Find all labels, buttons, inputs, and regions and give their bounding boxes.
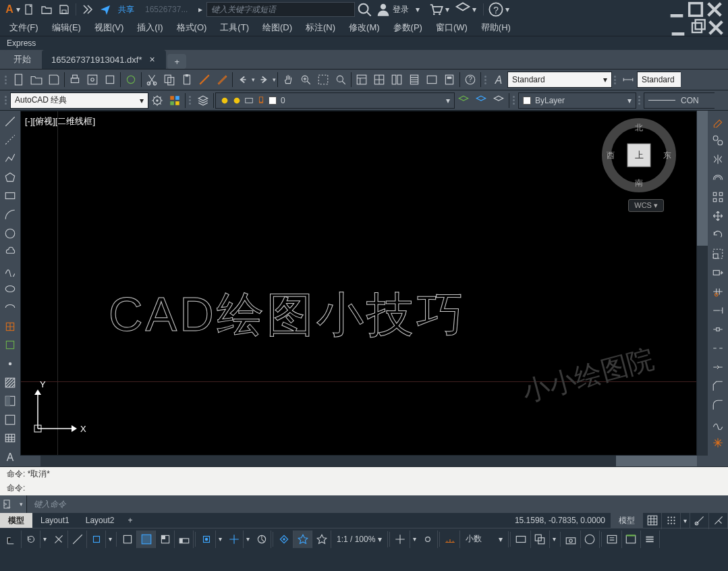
- close-icon[interactable]: [705, 2, 724, 17]
- send-icon[interactable]: [98, 2, 113, 17]
- ann-auto-icon[interactable]: [312, 531, 331, 548]
- save-file-icon[interactable]: [45, 71, 63, 88]
- hatch-icon[interactable]: [1, 374, 19, 391]
- dim-style-icon[interactable]: [619, 71, 637, 88]
- mtext-icon[interactable]: A: [1, 448, 19, 466]
- revcloud-icon[interactable]: [1, 243, 19, 261]
- menu-help[interactable]: 帮助(H): [474, 19, 517, 36]
- layer-manager-icon[interactable]: [194, 92, 212, 109]
- layer-combo[interactable]: 0▾: [215, 92, 455, 109]
- units-combo[interactable]: 小数▾: [460, 531, 509, 547]
- menu-tools[interactable]: 工具(T): [213, 19, 256, 36]
- line-status-icon[interactable]: [68, 531, 87, 548]
- render-icon[interactable]: [122, 71, 140, 88]
- copy-icon[interactable]: [161, 71, 178, 88]
- copy-obj-icon[interactable]: [709, 132, 727, 149]
- vertical-scrollbar[interactable]: [697, 111, 708, 456]
- lock-ui-icon[interactable]: [562, 531, 581, 548]
- text-style-combo[interactable]: Standard▾: [507, 72, 612, 88]
- spline-icon[interactable]: [1, 262, 19, 279]
- horizontal-scrollbar[interactable]: [20, 456, 708, 466]
- undo-icon[interactable]: [234, 71, 252, 88]
- sheet-icon[interactable]: [405, 71, 423, 88]
- point-icon[interactable]: [1, 355, 19, 373]
- extend-icon[interactable]: [709, 302, 727, 319]
- doc-close-icon[interactable]: [706, 20, 725, 35]
- layer-prev-icon[interactable]: [472, 92, 490, 109]
- close-tab-icon[interactable]: ×: [147, 55, 157, 64]
- drawing-canvas[interactable]: [-][俯视][二维线框] CAD绘图小技巧 小小绘图院 X Y 上: [20, 111, 697, 456]
- view-label[interactable]: [-][俯视][二维线框]: [25, 115, 95, 128]
- text-style-icon[interactable]: A: [490, 71, 507, 88]
- print-icon[interactable]: [66, 71, 84, 88]
- command-input[interactable]: 键入命令: [27, 495, 728, 513]
- break2-icon[interactable]: [709, 339, 727, 357]
- offset-icon[interactable]: [709, 169, 727, 187]
- osnap3d-icon[interactable]: [197, 531, 216, 548]
- erase-icon[interactable]: [709, 113, 727, 130]
- ellipse-icon[interactable]: [1, 281, 19, 298]
- preview-icon[interactable]: [84, 71, 101, 88]
- express-bar[interactable]: Express: [0, 36, 728, 50]
- workspace-combo[interactable]: AutoCAD 经典▾: [10, 92, 148, 109]
- lw-icon[interactable]: [252, 531, 271, 548]
- command-containers-icon[interactable]: >_▾: [0, 495, 27, 513]
- dim-style-combo[interactable]: Standard: [637, 72, 681, 88]
- menu-options-icon[interactable]: [641, 531, 660, 548]
- publish-icon[interactable]: [101, 71, 119, 88]
- menu-format[interactable]: 格式(O): [170, 19, 214, 36]
- menu-view[interactable]: 视图(V): [88, 19, 130, 36]
- user-icon[interactable]: [376, 2, 391, 17]
- view-cube[interactable]: 上 北 南 东 西: [602, 118, 676, 192]
- properties-icon[interactable]: [353, 71, 370, 88]
- doc-restore-icon[interactable]: [688, 20, 706, 35]
- otrack-icon[interactable]: [225, 531, 244, 548]
- wcs-badge[interactable]: WCS ▾: [628, 199, 664, 212]
- mirror-icon[interactable]: [709, 151, 727, 168]
- dyn-input-icon[interactable]: [137, 531, 156, 548]
- chamfer-icon[interactable]: [709, 377, 727, 395]
- model-space-toggle[interactable]: 模型: [611, 513, 643, 528]
- ann-scale-icon[interactable]: [275, 531, 293, 548]
- osnap-icon[interactable]: [49, 531, 68, 548]
- layer-state-icon[interactable]: [166, 92, 184, 109]
- tab-start[interactable]: 开始: [4, 50, 40, 69]
- menu-file[interactable]: 文件(F): [3, 19, 45, 36]
- rotate-icon[interactable]: [709, 226, 727, 244]
- menu-draw[interactable]: 绘图(D): [256, 19, 299, 36]
- scale-icon[interactable]: [709, 245, 727, 263]
- linetype-combo[interactable]: CON: [644, 92, 715, 109]
- spatial-icon[interactable]: [391, 531, 410, 548]
- add-layout-button[interactable]: +: [122, 513, 138, 528]
- grid2-icon[interactable]: [643, 512, 662, 529]
- break-icon[interactable]: [709, 321, 727, 338]
- apps-icon[interactable]: [455, 2, 470, 17]
- app-logo[interactable]: A: [4, 4, 15, 15]
- xline-icon[interactable]: [1, 132, 19, 149]
- rotate-ucs-icon[interactable]: [22, 531, 40, 548]
- filter-icon[interactable]: [581, 531, 600, 548]
- zoom-prev-icon[interactable]: [332, 71, 349, 88]
- arc-icon[interactable]: [1, 206, 19, 223]
- minimize-icon[interactable]: [667, 2, 686, 17]
- maximize-icon[interactable]: [686, 2, 705, 17]
- layer-filter-icon[interactable]: [455, 92, 472, 109]
- ortho-icon[interactable]: [156, 531, 175, 548]
- menu-dimension[interactable]: 标注(N): [299, 19, 342, 36]
- grid3-icon[interactable]: [662, 512, 681, 529]
- new-icon[interactable]: [22, 2, 36, 17]
- iso-icon[interactable]: [87, 531, 106, 548]
- calc-icon[interactable]: [441, 71, 458, 88]
- save-icon[interactable]: [57, 2, 72, 17]
- new-file-icon[interactable]: [10, 71, 28, 88]
- search-icon[interactable]: [357, 2, 372, 17]
- share-link[interactable]: 共享: [118, 4, 134, 16]
- open-file-icon[interactable]: [28, 71, 45, 88]
- explode-icon[interactable]: [709, 434, 727, 452]
- forward-icon[interactable]: [80, 2, 95, 17]
- gradient-icon[interactable]: [1, 392, 19, 410]
- brush-icon[interactable]: [213, 71, 231, 88]
- ellipse-arc-icon[interactable]: [1, 299, 19, 317]
- annot-scale2-icon[interactable]: [709, 512, 728, 529]
- pan-icon[interactable]: [279, 71, 297, 88]
